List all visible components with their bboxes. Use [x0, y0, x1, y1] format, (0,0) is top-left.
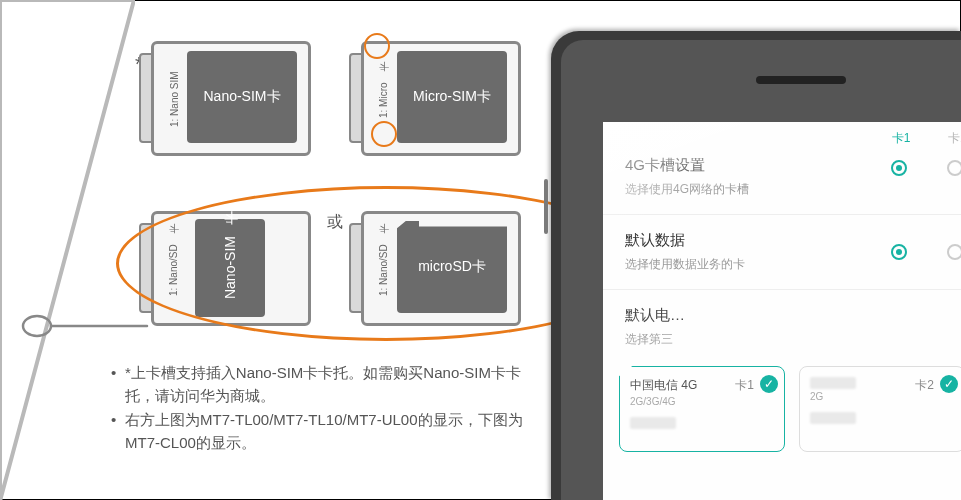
- tray-card-label: Micro-SIM卡: [413, 88, 491, 106]
- blurred-text: [630, 417, 676, 429]
- setting-subtitle: 选择使用4G网络的卡槽: [625, 181, 961, 198]
- diagram-container: * 1: Nano SIM Nano-SIM卡 1: Micro 卡 Micro…: [0, 0, 961, 500]
- callout-circle-icon: [371, 121, 397, 147]
- sim-card-selector: 中国电信 4G 2G/3G/4G 卡1 ✓ 2G 卡2 ✓: [603, 354, 961, 464]
- tray-side-label: 1: Nano SIM: [165, 55, 183, 143]
- phone-screen: 卡1 卡2 4G卡槽设置 选择使用4G网络的卡槽 默认数据 选择使用数据业务的卡: [603, 122, 961, 500]
- setting-subtitle: 选择第三: [625, 331, 961, 348]
- phone-illustration: 卡1 卡2 4G卡槽设置 选择使用4G网络的卡槽 默认数据 选择使用数据业务的卡: [541, 31, 961, 500]
- sim-card-2[interactable]: 2G 卡2 ✓: [799, 366, 961, 452]
- tray-card-label: Nano-SIM卡: [203, 88, 280, 106]
- phone-speaker-icon: [756, 76, 846, 84]
- footnote-2: 右方上图为MT7-TL00/MT7-TL10/MT7-UL00的显示，下图为MT…: [111, 408, 541, 455]
- phone-side-button-icon: [544, 179, 548, 234]
- radio-sim2[interactable]: [947, 244, 961, 260]
- sim-card-1[interactable]: 中国电信 4G 2G/3G/4G 卡1 ✓: [619, 366, 785, 452]
- blurred-text: [810, 412, 856, 424]
- tray-nano-sim: 1: Nano SIM Nano-SIM卡: [151, 41, 311, 156]
- check-icon: ✓: [760, 375, 778, 393]
- sim-eject-pin-icon: [19, 311, 149, 341]
- callout-circle-icon: [364, 33, 390, 59]
- slot-label: 卡2: [915, 377, 934, 394]
- setting-title: 默认电…: [625, 306, 961, 325]
- blurred-text: [810, 377, 856, 389]
- check-icon: ✓: [940, 375, 958, 393]
- radio-sim1[interactable]: [891, 244, 907, 260]
- footnotes: *上卡槽支持插入Nano-SIM卡卡托。如需购买Nano-SIM卡卡托，请访问华…: [111, 361, 541, 454]
- radio-sim2[interactable]: [947, 160, 961, 176]
- svg-point-1: [23, 316, 51, 336]
- radio-sim1[interactable]: [891, 160, 907, 176]
- footnote-1: *上卡槽支持插入Nano-SIM卡卡托。如需购买Nano-SIM卡卡托，请访问华…: [111, 361, 541, 408]
- slot-label: 卡1: [735, 377, 754, 394]
- network-modes: 2G/3G/4G: [630, 396, 774, 407]
